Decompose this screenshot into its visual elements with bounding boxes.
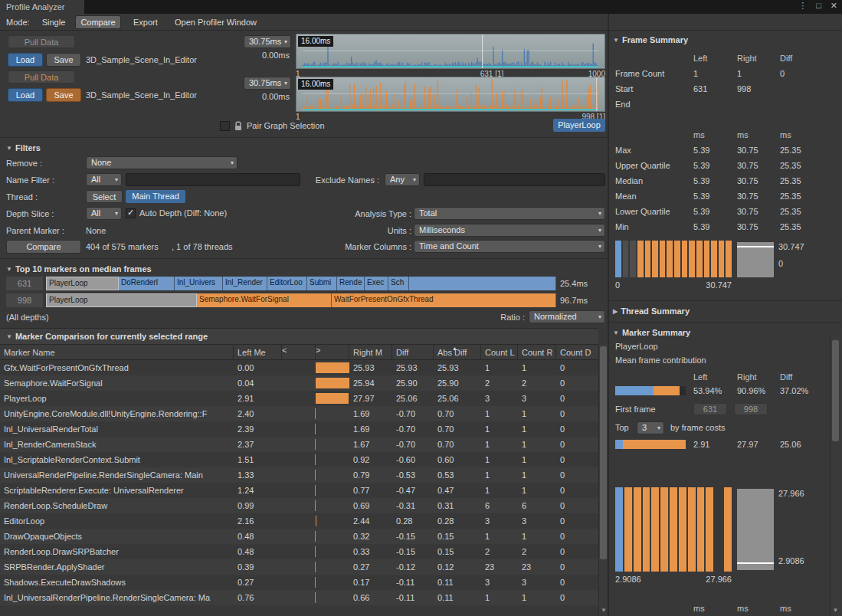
top10-segment[interactable]: PlayerLoop (46, 277, 119, 290)
left-median-cell: 0.04 (234, 375, 282, 391)
table-row[interactable]: ScriptableRenderer.Execute: UniversalRen… (0, 483, 598, 498)
load-left-button[interactable]: Load (8, 53, 43, 67)
name-filter-mode-dropdown[interactable]: All ▾ (86, 173, 122, 186)
analysis-type-dropdown[interactable]: Total ▾ (414, 207, 605, 220)
col-count-right[interactable]: Count R (518, 345, 556, 359)
col-diff[interactable]: Diff (392, 345, 434, 359)
col-right-median[interactable]: Right M (349, 345, 392, 359)
histogram-max-label: 30.747 (667, 279, 732, 292)
window-tab[interactable]: Profile Analyzer (0, 0, 84, 14)
table-row[interactable]: RenderLoop.ScheduleDraw0.990.69-0.310.31… (0, 498, 598, 513)
ratio-dropdown[interactable]: Normalized ▾ (529, 310, 605, 323)
comparison-header[interactable]: ▼Marker Comparison for currently selecte… (6, 330, 208, 343)
table-scrollbar[interactable]: ▼ (598, 344, 608, 616)
name-filter-input[interactable] (126, 173, 300, 186)
left-frames-graph[interactable]: 16.00ms (296, 34, 605, 69)
col-diff: Diff (780, 51, 792, 66)
top10-segment[interactable]: Sch (388, 277, 409, 290)
foldout-open-icon: ▼ (6, 264, 12, 276)
table-row[interactable]: UniversalRenderPipeline.RenderSingleCame… (0, 467, 598, 483)
table-row[interactable]: Inl_UniversalRenderTotal2.391.69-0.700.7… (0, 421, 598, 437)
top10-right-frame-number[interactable]: 998 (6, 293, 43, 307)
left-median-cell: 0.76 (234, 590, 282, 605)
compare-button[interactable]: Compare (6, 240, 81, 254)
table-row[interactable]: RenderLoop.DrawSRPBatcher0.480.33-0.150.… (0, 544, 598, 559)
table-row[interactable]: EditorLoop2.162.440.280.28330 (0, 513, 598, 529)
col-marker-name[interactable]: Marker Name (0, 345, 234, 359)
col-left-median[interactable]: Left Me (234, 345, 282, 359)
table-row[interactable]: PlayerLoop2.9127.9725.0625.06330 (0, 391, 598, 406)
table-row[interactable]: Semaphore.WaitForSignal0.0425.9425.9025.… (0, 375, 598, 391)
top10-header[interactable]: ▼Top 10 markers on median frames (6, 263, 152, 276)
tab-compare[interactable]: Compare (75, 15, 121, 29)
top10-segment[interactable]: Exec (365, 277, 388, 290)
col-count-left[interactable]: Count L (481, 345, 518, 359)
thread-summary-header[interactable]: ▶Thread Summary (613, 305, 690, 318)
frame-summary-header[interactable]: ▼Frame Summary (613, 34, 688, 47)
right-bigger-cell (316, 559, 349, 575)
col-abs-diff[interactable]: ▲ Abs Diff (434, 345, 481, 359)
filters-header[interactable]: ▼Filters (6, 142, 41, 155)
first-frame-right-button[interactable]: 998 (734, 403, 768, 415)
left-scale-dropdown[interactable]: 30.75ms ▾ (244, 35, 291, 48)
export-button[interactable]: Export (133, 16, 158, 29)
exclude-names-input[interactable] (424, 173, 605, 186)
top10-segment[interactable]: DoRenderI (119, 277, 175, 290)
units-dropdown[interactable]: Milliseconds ▾ (414, 224, 605, 237)
table-row[interactable]: SRPBRender.ApplyShader0.390.27-0.120.122… (0, 559, 598, 575)
right-panel-scrollbar[interactable]: ▼ (830, 337, 840, 616)
marker-summary-histogram[interactable] (615, 487, 732, 572)
save-right-button[interactable]: Save (46, 88, 81, 102)
right-panel-scrollbar-thumb[interactable] (832, 340, 839, 441)
summary-row-label: Start (615, 81, 633, 97)
top10-segment[interactable]: EditorLoo (267, 277, 307, 290)
selected-marker-tag[interactable]: PlayerLoop (553, 119, 605, 132)
depth-mode-dropdown[interactable]: All ▾ (86, 207, 122, 220)
top10-left-frame-number[interactable]: 631 (6, 277, 43, 290)
table-row[interactable]: Inl_ScriptableRenderContext.Submit1.510.… (0, 452, 598, 467)
table-row[interactable]: Gfx.WaitForPresentOnGfxThread0.0025.9325… (0, 360, 598, 375)
load-right-button[interactable]: Load (8, 88, 43, 102)
lock-icon[interactable] (234, 121, 243, 131)
abs-diff-cell: 25.90 (434, 375, 481, 391)
pull-data-left-button[interactable]: Pull Data (8, 35, 75, 48)
scroll-down-icon[interactable]: ▼ (831, 607, 840, 614)
top10-segment[interactable]: PlayerLoop (46, 293, 197, 307)
marker-summary-header[interactable]: ▼Marker Summary (613, 326, 690, 339)
open-profiler-window-button[interactable]: Open Profiler Window (175, 16, 257, 29)
pull-data-right-button[interactable]: Pull Data (8, 70, 75, 84)
auto-depth-checkbox[interactable]: ✓ (126, 208, 136, 218)
marker-columns-dropdown[interactable]: Time and Count ▾ (414, 240, 605, 253)
top10-segment[interactable]: Rende (337, 277, 365, 290)
save-left-button[interactable]: Save (46, 53, 81, 67)
top10-segment[interactable]: WaitForPresentOnGfxThread (332, 293, 556, 307)
table-row[interactable]: Shadows.ExecuteDrawShadows0.270.17-0.110… (0, 575, 598, 590)
summary-left-value: 5.39 (693, 143, 709, 158)
thread-select-button[interactable]: Select (86, 190, 123, 203)
left-scale-value: 30.75ms (249, 37, 281, 46)
col-left-bigger[interactable]: < (282, 345, 316, 359)
tab-single[interactable]: Single (37, 16, 70, 29)
top10-segment[interactable]: Submi (307, 277, 337, 290)
right-bigger-cell (316, 467, 349, 483)
top10-segment[interactable]: Inl_Univers (175, 277, 223, 290)
table-row[interactable]: DrawOpaqueObjects0.480.32-0.150.15110 (0, 529, 598, 544)
right-scale-dropdown[interactable]: 30.75ms ▾ (244, 77, 291, 90)
top10-segment[interactable]: Semaphore.WaitForSignal (197, 293, 332, 307)
table-row[interactable]: Inl_RenderCameraStack2.371.67-0.700.7011… (0, 437, 598, 452)
thread-value-tag[interactable]: Main Thread (126, 190, 185, 203)
top10-segment[interactable] (409, 277, 556, 290)
table-scrollbar-thumb[interactable] (600, 346, 607, 559)
remove-dropdown[interactable]: None ▾ (86, 156, 238, 169)
first-frame-left-button[interactable]: 631 (693, 403, 727, 415)
col-count-diff[interactable]: Count D (556, 345, 598, 359)
frame-summary-histogram[interactable] (615, 241, 732, 277)
right-frames-graph[interactable]: 16.00ms (296, 77, 605, 112)
table-row[interactable]: Inl_UniversalRenderPipeline.RenderSingle… (0, 590, 598, 605)
table-row[interactable]: UnityEngine.CoreModule.dll!UnityEngine.R… (0, 406, 598, 421)
exclude-mode-dropdown[interactable]: Any ▾ (385, 173, 420, 186)
pair-graph-checkbox[interactable] (220, 121, 230, 131)
top-n-dropdown[interactable]: 3 ▾ (637, 421, 664, 434)
col-right-bigger[interactable]: > (316, 345, 349, 359)
top10-segment[interactable]: Inl_Render (223, 277, 267, 290)
